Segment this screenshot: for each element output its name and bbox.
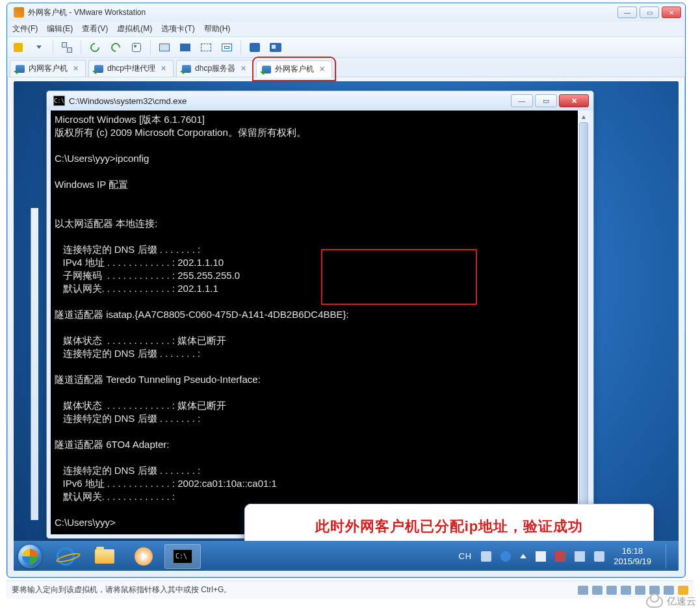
tab-close-icon[interactable]: ✕ bbox=[318, 65, 326, 73]
device-floppy-icon[interactable] bbox=[606, 586, 617, 595]
tray-arrow-icon[interactable] bbox=[520, 554, 526, 558]
win7-taskbar: C:\ CH 16:18 2015/9/19 bbox=[14, 541, 679, 571]
cloud-icon bbox=[646, 596, 663, 608]
thumbnail-icon[interactable] bbox=[248, 40, 262, 55]
tab-label: dhcp中继代理 bbox=[107, 63, 155, 74]
watermark-text: 亿速云 bbox=[667, 595, 696, 608]
vmware-toolbar bbox=[7, 37, 685, 58]
security-icon[interactable] bbox=[555, 551, 565, 562]
tab-label: 内网客户机 bbox=[29, 63, 68, 74]
status-text: 要将输入定向到该虚拟机，请将鼠标指针移入其中或按 Ctrl+G。 bbox=[12, 584, 231, 595]
clock-date: 2015/9/19 bbox=[614, 556, 651, 567]
cmd-close-button[interactable]: ✕ bbox=[559, 94, 589, 107]
cmd-output[interactable]: Microsoft Windows [版本 6.1.7601] 版权所有 (c)… bbox=[51, 111, 578, 534]
cmd-minimize-button[interactable]: — bbox=[511, 94, 533, 107]
network-icon[interactable] bbox=[60, 40, 74, 55]
menu-edit[interactable]: 编辑(E) bbox=[47, 23, 73, 34]
menu-tabs[interactable]: 选项卡(T) bbox=[161, 23, 194, 34]
scroll-thumb[interactable] bbox=[579, 122, 588, 506]
tab-external-client[interactable]: 外网客户机 ✕ bbox=[256, 60, 332, 77]
close-button[interactable]: ✕ bbox=[662, 7, 681, 18]
power-dropdown[interactable] bbox=[32, 40, 46, 55]
taskbar-media-player[interactable] bbox=[125, 544, 162, 569]
device-hdd-icon[interactable] bbox=[578, 586, 588, 595]
wmp-icon bbox=[135, 547, 153, 566]
vmware-window: 外网客户机 - VMware Workstation — ▭ ✕ 文件(F) 编… bbox=[6, 3, 686, 578]
clock[interactable]: 16:18 2015/9/19 bbox=[614, 546, 654, 567]
maximize-button[interactable]: ▭ bbox=[640, 7, 659, 18]
device-message-icon[interactable] bbox=[678, 586, 688, 595]
separator bbox=[150, 40, 151, 55]
snapshot-manager-icon[interactable] bbox=[129, 40, 144, 55]
tab-close-icon[interactable]: ✕ bbox=[159, 64, 168, 73]
status-device-icons bbox=[578, 586, 688, 595]
console-view-icon[interactable] bbox=[178, 40, 192, 55]
start-button[interactable] bbox=[14, 541, 46, 571]
snapshot-take-icon[interactable] bbox=[88, 40, 102, 55]
cmd-taskbar-icon: C:\ bbox=[173, 549, 192, 564]
vmware-menubar: 文件(F) 编辑(E) 查看(V) 虚拟机(M) 选项卡(T) 帮助(H) bbox=[7, 21, 685, 37]
clock-time: 16:18 bbox=[614, 546, 651, 556]
vmware-titlebar[interactable]: 外网客户机 - VMware Workstation — ▭ ✕ bbox=[7, 3, 685, 21]
tab-label: 外网客户机 bbox=[275, 64, 314, 75]
window-title: 外网客户机 - VMware Workstation bbox=[28, 7, 617, 18]
fit-guest-icon[interactable] bbox=[157, 40, 172, 55]
separator bbox=[53, 40, 53, 55]
tab-internal-client[interactable]: 内网客户机 ✕ bbox=[10, 60, 86, 77]
windows-orb-icon bbox=[18, 545, 42, 568]
system-tray: CH 16:18 2015/9/19 bbox=[453, 544, 679, 569]
device-usb-icon[interactable] bbox=[664, 586, 674, 595]
volume-icon[interactable] bbox=[594, 551, 604, 562]
vm-icon bbox=[262, 66, 271, 73]
cmd-titlebar[interactable]: C:\ C:\Windows\system32\cmd.exe — ▭ ✕ bbox=[47, 91, 593, 111]
power-button[interactable] bbox=[11, 40, 25, 55]
menu-file[interactable]: 文件(F) bbox=[12, 23, 38, 34]
win7-desktop[interactable]: C:\ C:\Windows\system32\cmd.exe — ▭ ✕ Mi… bbox=[14, 81, 679, 571]
tab-close-icon[interactable]: ✕ bbox=[71, 64, 80, 73]
network-tray-icon[interactable] bbox=[575, 551, 585, 562]
library-icon[interactable] bbox=[268, 40, 283, 55]
cmd-maximize-button[interactable]: ▭ bbox=[535, 94, 557, 107]
vmware-tabs: 内网客户机 ✕ dhcp中继代理 ✕ dhcp服务器 ✕ 外网客户机 ✕ bbox=[7, 58, 685, 77]
flag-icon[interactable] bbox=[536, 551, 546, 562]
snapshot-revert-icon[interactable] bbox=[109, 40, 123, 55]
cmd-icon: C:\ bbox=[53, 96, 65, 106]
scroll-up-icon[interactable]: ▲ bbox=[578, 111, 590, 122]
guest-display[interactable]: C:\ C:\Windows\system32\cmd.exe — ▭ ✕ Mi… bbox=[14, 81, 679, 571]
unity-icon[interactable] bbox=[220, 40, 234, 55]
keyboard-icon[interactable] bbox=[481, 551, 491, 562]
menu-view[interactable]: 查看(V) bbox=[82, 23, 108, 34]
tab-close-icon[interactable]: ✕ bbox=[239, 64, 248, 73]
cmd-scrollbar[interactable]: ▲ ▼ bbox=[578, 111, 590, 534]
callout-text: 此时外网客户机已分配ip地址，验证成功 bbox=[315, 517, 584, 536]
vm-icon bbox=[182, 65, 191, 73]
background-window-edge bbox=[31, 208, 38, 520]
lang-indicator[interactable]: CH bbox=[458, 551, 472, 561]
folder-icon bbox=[95, 549, 114, 564]
menu-help[interactable]: 帮助(H) bbox=[204, 23, 231, 34]
cmd-title: C:\Windows\system32\cmd.exe bbox=[69, 96, 511, 106]
separator bbox=[81, 40, 81, 55]
taskbar-cmd[interactable]: C:\ bbox=[164, 544, 201, 569]
device-cd-icon[interactable] bbox=[592, 586, 603, 595]
device-network-icon[interactable] bbox=[621, 586, 631, 595]
tab-dhcp-relay[interactable]: dhcp中继代理 ✕ bbox=[88, 60, 174, 77]
taskbar-explorer[interactable] bbox=[86, 544, 123, 569]
watermark: 亿速云 bbox=[646, 595, 696, 608]
tab-label: dhcp服务器 bbox=[195, 63, 235, 74]
help-icon[interactable] bbox=[500, 551, 511, 562]
menu-vm[interactable]: 虚拟机(M) bbox=[117, 23, 152, 34]
device-printer-icon[interactable] bbox=[635, 586, 645, 595]
vm-icon bbox=[16, 65, 25, 73]
minimize-button[interactable]: — bbox=[617, 7, 637, 18]
tab-dhcp-server[interactable]: dhcp服务器 ✕ bbox=[176, 60, 253, 77]
cmd-body: Microsoft Windows [版本 6.1.7601] 版权所有 (c)… bbox=[51, 111, 590, 534]
vm-icon bbox=[94, 65, 103, 73]
separator bbox=[240, 40, 241, 55]
show-desktop-button[interactable] bbox=[666, 544, 673, 569]
cmd-window: C:\ C:\Windows\system32\cmd.exe — ▭ ✕ Mi… bbox=[46, 90, 594, 539]
fullscreen-icon[interactable] bbox=[199, 40, 213, 55]
taskbar-ie[interactable] bbox=[47, 544, 84, 569]
ie-icon bbox=[57, 547, 75, 566]
vmware-statusbar: 要将输入定向到该虚拟机，请将鼠标指针移入其中或按 Ctrl+G。 bbox=[6, 580, 694, 599]
